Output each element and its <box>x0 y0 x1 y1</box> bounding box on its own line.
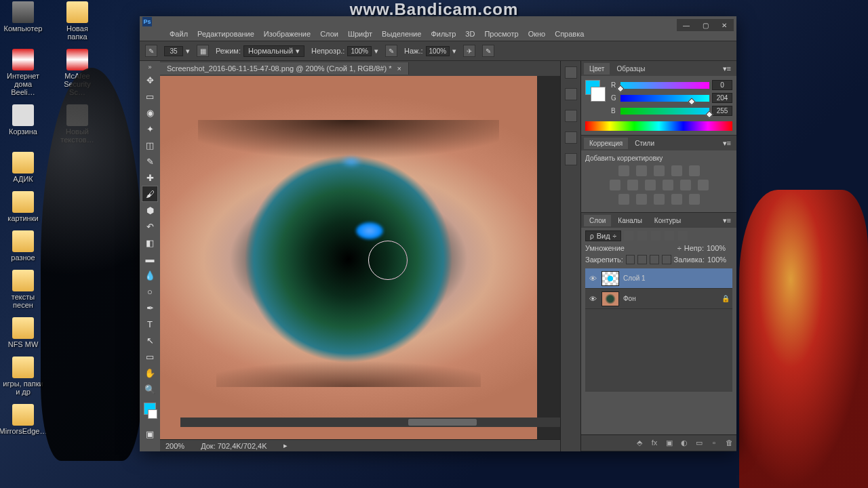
desktop-icon-mirrors[interactable]: MirrorsEdge… <box>3 404 43 435</box>
horizontal-scrollbar[interactable] <box>180 418 560 427</box>
document-tab[interactable]: Screenshot_2016-06-11-15-47-08.png @ 200… <box>160 62 409 75</box>
bg-swatch[interactable] <box>591 87 606 102</box>
tab-color[interactable]: Цвет <box>584 63 610 75</box>
crop-tool[interactable]: ◫ <box>142 137 158 153</box>
type-tool[interactable]: T <box>142 316 158 332</box>
menu-view[interactable]: Просмотр <box>484 30 518 38</box>
filter-pixel-icon[interactable] <box>624 231 633 241</box>
brush-panel-icon[interactable]: ▦ <box>197 45 209 57</box>
maximize-button[interactable]: ▢ <box>696 19 715 31</box>
lasso-tool[interactable]: ◉ <box>142 104 158 121</box>
colorbalance-icon[interactable] <box>627 180 638 190</box>
menu-select[interactable]: Выделение <box>382 30 421 38</box>
pen-tool[interactable]: ✒ <box>142 300 158 316</box>
desktop-icon-recycle[interactable]: Корзина <box>3 104 43 144</box>
status-menu-icon[interactable]: ▸ <box>283 441 288 450</box>
chevron-down-icon[interactable]: ▾ <box>374 47 378 56</box>
layer-thumbnail[interactable] <box>601 291 619 306</box>
desktop-icon-computer[interactable]: Компьютер <box>3 1 43 41</box>
invert-icon[interactable] <box>618 194 629 205</box>
link-layers-icon[interactable]: ⬘ <box>635 439 644 448</box>
wand-tool[interactable]: ✦ <box>142 121 158 137</box>
r-value[interactable]: 0 <box>712 80 732 90</box>
tab-adjustments[interactable]: Коррекция <box>584 138 628 149</box>
desktop-icon-games[interactable]: игры, папки и др <box>3 357 43 396</box>
quickmask-icon[interactable]: ▣ <box>142 426 158 442</box>
menu-window[interactable]: Окно <box>528 30 546 38</box>
panel-menu-icon[interactable]: ▾≡ <box>720 216 734 225</box>
tool-preset-icon[interactable]: ✎ <box>145 45 157 57</box>
move-tool[interactable]: ✥ <box>142 72 158 88</box>
close-tab-icon[interactable]: × <box>397 64 401 73</box>
canvas[interactable] <box>160 76 537 439</box>
filter-shape-icon[interactable] <box>665 231 674 241</box>
stamp-tool[interactable]: ⬢ <box>142 202 158 218</box>
desktop-icon-adik[interactable]: АДИК <box>3 152 43 183</box>
blur-tool[interactable]: 💧 <box>142 267 158 283</box>
airbrush-icon[interactable]: ✈ <box>463 45 475 57</box>
color-spectrum[interactable] <box>585 121 732 131</box>
tab-paths[interactable]: Контуры <box>649 215 686 226</box>
layer-fx-icon[interactable]: fx <box>650 439 659 448</box>
hand-tool[interactable]: ✋ <box>142 365 158 381</box>
r-slider[interactable] <box>620 82 709 89</box>
vibrance-icon[interactable] <box>689 165 700 176</box>
lock-pixels-icon[interactable] <box>637 255 647 264</box>
layer-name[interactable]: Слой 1 <box>623 274 646 282</box>
gradientmap-icon[interactable] <box>671 194 682 205</box>
tab-styles[interactable]: Стили <box>629 138 660 149</box>
delete-layer-icon[interactable]: 🗑 <box>724 439 734 448</box>
colorlookup-icon[interactable] <box>698 180 709 190</box>
layer-group-icon[interactable]: ▭ <box>694 439 704 448</box>
adjustment-layer-icon[interactable]: ◐ <box>679 439 689 448</box>
pressure-opacity-icon[interactable]: ✎ <box>385 45 397 57</box>
layer-name[interactable]: Фон <box>623 295 636 302</box>
new-layer-icon[interactable]: ▫ <box>709 439 719 448</box>
zoom-field[interactable]: 200% <box>165 442 184 450</box>
menu-type[interactable]: Шрифт <box>348 30 372 38</box>
desktop-icon-new-folder[interactable]: Новая папка <box>57 1 98 41</box>
pressure-size-icon[interactable]: ✎ <box>482 45 494 57</box>
panel-menu-icon[interactable]: ▾≡ <box>720 139 734 148</box>
desktop-icon-pictures[interactable]: картинки <box>3 191 43 222</box>
menu-3d[interactable]: 3D <box>465 30 475 38</box>
layer-mask-icon[interactable]: ▣ <box>665 439 674 448</box>
bw-icon[interactable] <box>645 180 656 190</box>
layer-fill-field[interactable]: 100% <box>707 256 732 264</box>
collapse-icon[interactable]: » <box>148 64 151 70</box>
menu-edit[interactable]: Редактирование <box>197 30 254 38</box>
gradient-tool[interactable]: ▬ <box>142 251 158 267</box>
layer-item[interactable]: 👁 Фон 🔒 <box>585 289 732 309</box>
healing-tool[interactable]: ✚ <box>142 169 158 186</box>
g-slider[interactable] <box>620 95 709 102</box>
desktop-icon-beeline[interactable]: Интернет дома Beeli… <box>3 49 43 96</box>
dodge-tool[interactable]: ○ <box>142 283 158 300</box>
layer-blendmode-select[interactable]: Умножение÷ <box>585 244 682 252</box>
exposure-icon[interactable] <box>671 165 682 176</box>
brightness-icon[interactable] <box>618 165 629 176</box>
filter-adjust-icon[interactable] <box>637 231 647 241</box>
shape-tool[interactable]: ▭ <box>142 348 158 365</box>
lock-position-icon[interactable] <box>650 255 659 264</box>
b-value[interactable]: 255 <box>712 106 732 116</box>
menu-layer[interactable]: Слои <box>320 30 338 38</box>
actions-panel-icon[interactable] <box>565 88 577 100</box>
filter-smart-icon[interactable] <box>678 231 688 241</box>
minimize-button[interactable]: — <box>677 19 696 31</box>
g-value[interactable]: 204 <box>712 93 732 103</box>
eyedropper-tool[interactable]: ✎ <box>142 153 158 169</box>
b-slider[interactable] <box>620 108 709 115</box>
curves-icon[interactable] <box>654 165 665 176</box>
selective-icon[interactable] <box>689 194 700 205</box>
background-color-swatch[interactable] <box>148 409 157 419</box>
menu-image[interactable]: Изображение <box>264 30 311 38</box>
visibility-icon[interactable]: 👁 <box>588 274 597 283</box>
flow-field[interactable]: 100% <box>426 46 450 56</box>
filter-type-icon[interactable] <box>651 231 660 241</box>
tab-swatches[interactable]: Образцы <box>611 63 650 75</box>
layer-item[interactable]: 👁 Слой 1 <box>585 268 732 289</box>
lock-all-icon[interactable] <box>662 255 671 264</box>
layer-filter-select[interactable]: ρ Вид ÷ <box>585 230 621 241</box>
brushes-panel-icon[interactable] <box>565 131 577 144</box>
photofilter-icon[interactable] <box>663 180 673 190</box>
